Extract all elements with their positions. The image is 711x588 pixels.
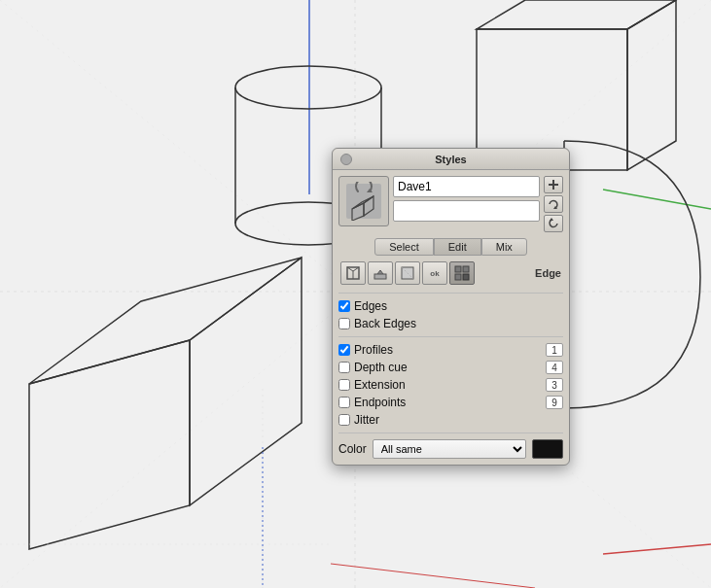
endpoints-label: Endpoints <box>354 396 542 409</box>
section-label: Edge <box>535 267 561 279</box>
extension-row: Extension 3 <box>338 378 563 392</box>
divider-2 <box>338 336 563 337</box>
edges-row: Edges <box>338 299 563 313</box>
name-area <box>393 176 540 232</box>
back-edges-row: Back Edges <box>338 317 563 330</box>
jitter-row: Jitter <box>338 413 563 427</box>
divider-3 <box>338 432 563 433</box>
profiles-row: Profiles 1 <box>338 343 563 357</box>
depth-cue-label: Depth cue <box>354 361 542 374</box>
update-style-button[interactable] <box>544 195 563 213</box>
back-edges-checkbox[interactable] <box>338 318 350 329</box>
svg-marker-8 <box>29 258 302 384</box>
color-row: Color All same By material By axis <box>338 439 563 459</box>
svg-line-6 <box>603 544 711 554</box>
depth-cue-num[interactable]: 4 <box>546 361 563 374</box>
color-label: Color <box>338 442 367 456</box>
back-edges-label: Back Edges <box>354 317 563 330</box>
svg-marker-9 <box>190 258 302 505</box>
tab-edit[interactable]: Edit <box>434 238 481 256</box>
jitter-checkbox[interactable] <box>338 414 350 426</box>
modeling-toolbar-button[interactable] <box>449 261 475 285</box>
edges-checkbox[interactable] <box>338 300 350 312</box>
tab-mix[interactable]: Mix <box>481 238 527 256</box>
profiles-checkbox[interactable] <box>338 344 350 356</box>
color-swatch[interactable] <box>532 439 563 459</box>
svg-marker-16 <box>627 0 676 170</box>
faces-toolbar-button[interactable] <box>368 261 393 285</box>
background-toolbar-button[interactable] <box>395 261 420 285</box>
top-section <box>338 176 563 232</box>
endpoints-num[interactable]: 9 <box>546 396 563 409</box>
jitter-label: Jitter <box>354 413 563 427</box>
profiles-label: Profiles <box>354 343 542 357</box>
svg-marker-30 <box>550 218 553 221</box>
extension-num[interactable]: 3 <box>546 378 563 392</box>
icon-toolbar: ok Edge <box>338 261 563 285</box>
style-preview <box>338 176 389 226</box>
svg-line-5 <box>603 190 711 209</box>
svg-rect-36 <box>374 274 386 279</box>
tabs-row: Select Edit Mix <box>338 238 563 256</box>
profiles-num[interactable]: 1 <box>546 343 563 357</box>
svg-point-10 <box>235 66 381 109</box>
styles-panel: Styles <box>332 148 570 466</box>
svg-rect-28 <box>552 180 554 190</box>
endpoints-row: Endpoints 9 <box>338 396 563 409</box>
refresh-button[interactable] <box>544 215 563 232</box>
toolbar-icons: ok <box>340 261 475 285</box>
checkboxes-area: Edges Back Edges Profiles 1 Depth cue 4 <box>338 299 563 427</box>
svg-rect-40 <box>463 266 469 272</box>
divider-1 <box>338 293 563 294</box>
color-select[interactable]: All same By material By axis <box>373 439 526 459</box>
style-name-input[interactable] <box>393 176 540 197</box>
edges-label: Edges <box>354 299 563 313</box>
svg-marker-15 <box>477 0 676 29</box>
panel-titlebar: Styles <box>333 149 569 170</box>
depth-cue-checkbox[interactable] <box>338 362 350 373</box>
edges-toolbar-button[interactable] <box>340 261 366 285</box>
svg-line-21 <box>331 564 535 588</box>
endpoints-checkbox[interactable] <box>338 397 350 408</box>
panel-title: Styles <box>435 154 466 165</box>
tab-select[interactable]: Select <box>374 238 434 256</box>
add-style-button[interactable] <box>544 176 563 193</box>
extension-checkbox[interactable] <box>338 379 350 391</box>
svg-marker-7 <box>29 340 190 549</box>
color-select-wrap: All same By material By axis <box>373 439 526 459</box>
panel-body: Select Edit Mix ok <box>333 170 569 465</box>
watermark-toolbar-button[interactable]: ok <box>422 261 447 285</box>
side-buttons <box>544 176 563 232</box>
style-preview-icon <box>344 182 383 221</box>
style-desc-input[interactable] <box>393 200 540 222</box>
svg-rect-42 <box>463 274 469 280</box>
depth-cue-row: Depth cue 4 <box>338 361 563 374</box>
svg-rect-39 <box>455 266 461 272</box>
extension-label: Extension <box>354 378 542 392</box>
svg-rect-41 <box>455 274 461 280</box>
panel-close-button[interactable] <box>340 154 352 165</box>
